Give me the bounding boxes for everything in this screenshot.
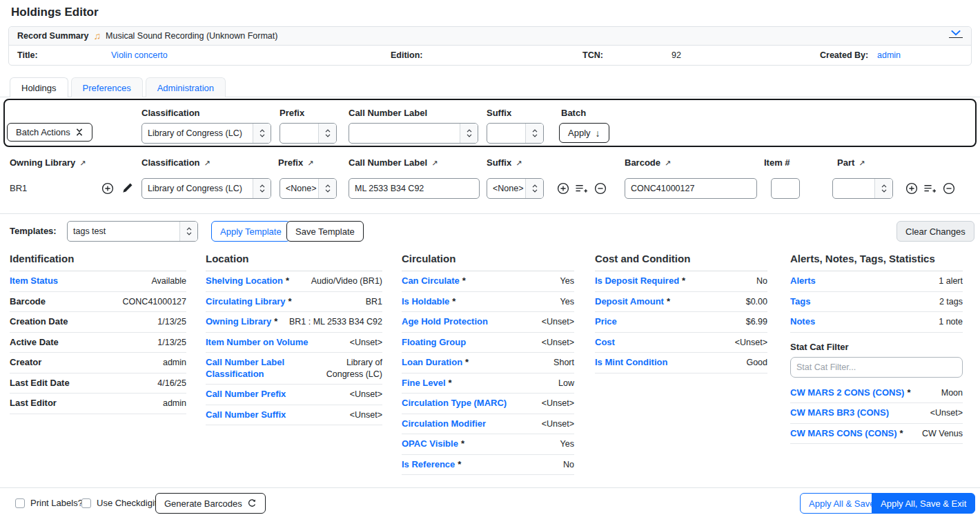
batch-actions-button[interactable]: Batch Actions xyxy=(7,123,92,142)
field-label-is-mint-condition[interactable]: Is Mint Condition xyxy=(595,357,670,368)
add-part-button[interactable] xyxy=(905,182,918,195)
field-label-call-number-prefix[interactable]: Call Number Prefix xyxy=(206,389,288,400)
field-value: CONC41000127 xyxy=(123,296,186,307)
field-label-circulating-library[interactable]: Circulating Library* xyxy=(206,296,292,307)
row-prefix-select[interactable]: <None> xyxy=(280,178,337,199)
add-item-button[interactable] xyxy=(557,182,569,195)
select-spinner-icon[interactable] xyxy=(318,124,336,143)
tab-administration[interactable]: Administration xyxy=(146,77,226,97)
field-label-call-number-label-classification[interactable]: Call Number Label Classification xyxy=(206,357,306,380)
remove-item-button[interactable] xyxy=(594,182,607,195)
field-label-active-date: Active Date xyxy=(10,337,59,348)
playlist-add-icon xyxy=(923,184,937,194)
row-call-number-label-input[interactable] xyxy=(349,178,480,199)
field-label-circulation-modifier[interactable]: Circulation Modifier xyxy=(402,418,489,429)
field-label-notes[interactable]: Notes xyxy=(790,316,818,327)
field-label-opac-visible[interactable]: OPAC Visible* xyxy=(402,438,464,449)
field-label-cw-mars-2-cons[interactable]: CW MARS 2 CONS (CONS)* xyxy=(790,387,910,398)
title-link[interactable]: Violin concerto xyxy=(111,50,168,60)
record-summary-collapse-button[interactable] xyxy=(949,30,963,38)
col-header-part: Part↗ xyxy=(837,157,865,168)
select-spinner-icon[interactable] xyxy=(253,124,271,143)
select-spinner-icon[interactable] xyxy=(179,222,197,241)
field-value: Available xyxy=(151,275,186,287)
field-value: No xyxy=(563,459,574,470)
tab-holdings[interactable]: Holdings xyxy=(10,77,68,97)
remove-part-button[interactable] xyxy=(943,182,955,195)
field-label-cw-mars-cons[interactable]: CW MARS CONS (CONS)* xyxy=(790,428,903,439)
field-label-is-holdable[interactable]: Is Holdable* xyxy=(402,296,455,307)
edit-call-number-button[interactable] xyxy=(121,182,133,194)
add-call-number-button[interactable] xyxy=(101,182,114,195)
field-label-age-hold-protection[interactable]: Age Hold Protection xyxy=(402,316,491,327)
batch-prefix-select[interactable] xyxy=(280,123,337,144)
record-summary-title: Record Summary xyxy=(17,31,89,41)
field-label-cw-mars-br3-cons[interactable]: CW MARS BR3 (CONS) xyxy=(790,407,892,418)
field-label-fine-level[interactable]: Fine Level* xyxy=(402,378,452,389)
batch-suffix-select[interactable] xyxy=(487,123,544,144)
field-value: Moon xyxy=(941,387,963,398)
stat-cat-filter-input[interactable] xyxy=(790,357,963,378)
field-value: <Unset> xyxy=(542,398,574,409)
field-label-is-deposit-required[interactable]: Is Deposit Required* xyxy=(595,275,685,287)
apply-template-button[interactable]: Apply Template xyxy=(211,221,291,242)
created-by-link[interactable]: admin xyxy=(877,50,901,60)
field-label-alerts[interactable]: Alerts xyxy=(790,275,819,287)
batch-apply-arrow-icon[interactable]: ↗ xyxy=(665,159,671,167)
select-spinner-icon[interactable] xyxy=(525,124,543,143)
panel-title: Alerts, Notes, Tags, Statistics xyxy=(790,249,963,271)
batch-apply-arrow-icon[interactable]: ↗ xyxy=(204,159,210,167)
batch-suffix-header: Suffix xyxy=(487,108,511,118)
field-label-price[interactable]: Price xyxy=(595,316,620,327)
field-label-cost[interactable]: Cost xyxy=(595,337,618,348)
row-classification-select[interactable]: Library of Congress (LC) xyxy=(141,178,271,199)
field-label-deposit-amount[interactable]: Deposit Amount* xyxy=(595,296,670,307)
field-label-loan-duration[interactable]: Loan Duration* xyxy=(402,357,469,368)
save-template-button[interactable]: Save Template xyxy=(286,221,364,242)
clear-changes-button[interactable]: Clear Changes xyxy=(896,221,974,242)
print-labels-checkbox[interactable] xyxy=(15,498,25,508)
field-label-tags[interactable]: Tags xyxy=(790,296,813,307)
record-summary-header: Record Summary ♫ Musical Sound Recording… xyxy=(9,27,971,46)
batch-apply-arrow-icon[interactable]: ↗ xyxy=(307,159,313,167)
generate-barcodes-button[interactable]: Generate Barcodes xyxy=(155,493,266,514)
batch-apply-arrow-icon[interactable]: ↗ xyxy=(516,159,522,167)
row-suffix-select[interactable]: <None> xyxy=(487,178,544,199)
plus-circle-icon xyxy=(101,182,114,195)
field-label-shelving-location[interactable]: Shelving Location* xyxy=(206,275,289,287)
add-many-parts-button[interactable] xyxy=(923,184,937,194)
row-part-select[interactable] xyxy=(832,178,893,199)
template-select[interactable]: tags test xyxy=(67,221,198,242)
field-label-is-reference[interactable]: Is Reference* xyxy=(402,459,461,470)
row-item-number-input[interactable] xyxy=(771,178,800,199)
select-spinner-icon[interactable] xyxy=(525,179,543,198)
tab-preferences[interactable]: Preferences xyxy=(71,77,143,97)
use-checkdigit-checkbox[interactable] xyxy=(81,498,91,508)
field-value: Low xyxy=(558,378,574,389)
select-spinner-icon[interactable] xyxy=(253,179,271,198)
batch-apply-button[interactable]: Apply ↓ xyxy=(559,123,609,143)
batch-apply-arrow-icon[interactable]: ↗ xyxy=(431,159,438,167)
batch-call-number-label-input[interactable] xyxy=(349,123,478,144)
apply-all-save-exit-button[interactable]: Apply All, Save & Exit xyxy=(872,493,975,514)
field-label-item-status[interactable]: Item Status xyxy=(10,275,61,287)
batch-classification-select[interactable]: Library of Congress (LC) xyxy=(141,123,271,144)
add-many-items-button[interactable] xyxy=(575,184,588,194)
batch-apply-arrow-icon[interactable]: ↗ xyxy=(79,159,86,167)
field-label-call-number-suffix[interactable]: Call Number Suffix xyxy=(206,409,288,420)
select-spinner-icon[interactable] xyxy=(874,179,892,198)
panel-title: Circulation xyxy=(402,249,574,271)
field-label-circulation-type-marc[interactable]: Circulation Type (MARC) xyxy=(402,398,509,409)
field-value: Yes xyxy=(560,296,574,307)
field-row: Shelving Location*Audio/Video (BR1) xyxy=(206,271,382,292)
field-label-item-number-on-volume[interactable]: Item Number on Volume xyxy=(206,337,311,348)
col-header-item-number: Item # xyxy=(764,157,790,168)
row-barcode-input[interactable] xyxy=(625,178,757,199)
field-label-floating-group[interactable]: Floating Group xyxy=(402,337,469,348)
field-label-can-circulate[interactable]: Can Circulate* xyxy=(402,275,466,287)
batch-apply-arrow-icon[interactable]: ↗ xyxy=(859,159,865,167)
select-spinner-icon[interactable] xyxy=(318,179,336,198)
field-label-owning-library[interactable]: Owning Library* xyxy=(206,316,277,327)
field-label-last-edit-date: Last Edit Date xyxy=(10,378,70,389)
select-spinner-icon[interactable] xyxy=(460,124,478,143)
